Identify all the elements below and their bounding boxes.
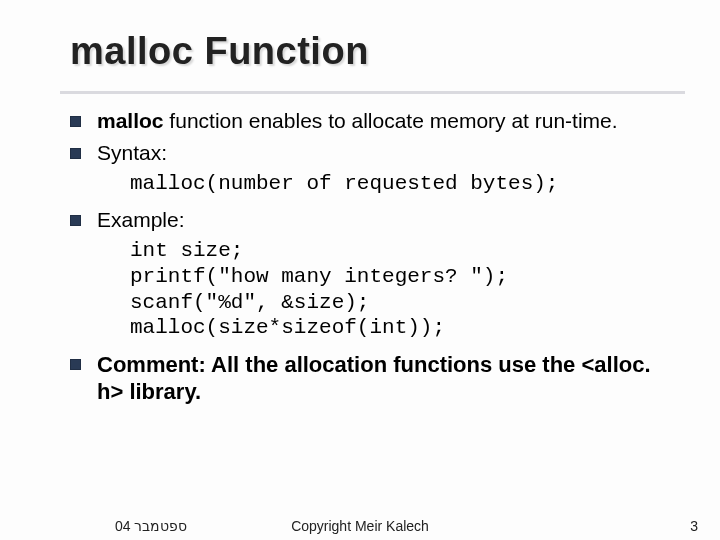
bold-word: malloc	[97, 109, 164, 132]
slide: malloc Function malloc function enables …	[0, 0, 720, 540]
title-divider	[60, 91, 685, 94]
square-bullet-icon	[70, 148, 81, 159]
item-text: Syntax:	[97, 140, 675, 166]
item-text: malloc function enables to allocate memo…	[97, 108, 675, 134]
square-bullet-icon	[70, 215, 81, 226]
square-bullet-icon	[70, 359, 81, 370]
bullet-item: malloc function enables to allocate memo…	[70, 108, 675, 134]
slide-title: malloc Function	[70, 30, 675, 73]
bullet-item: Comment: All the allocation functions us…	[70, 351, 675, 406]
comment-text: Comment: All the allocation functions us…	[97, 351, 675, 406]
item-text: Example:	[97, 207, 675, 233]
example-code: int size; printf("how many integers? ");…	[130, 238, 675, 340]
square-bullet-icon	[70, 116, 81, 127]
footer-date: ספטמבר 04	[115, 518, 187, 534]
slide-content: malloc function enables to allocate memo…	[70, 108, 675, 406]
comment-label: Comment:	[97, 352, 206, 377]
footer-page-number: 3	[690, 518, 698, 534]
bullet-item: Example:	[70, 207, 675, 233]
bullet-item: Syntax:	[70, 140, 675, 166]
footer-copyright: Copyright Meir Kalech	[291, 518, 429, 534]
syntax-code: malloc(number of requested bytes);	[130, 171, 675, 197]
rest-text: function enables to allocate memory at r…	[164, 109, 618, 132]
